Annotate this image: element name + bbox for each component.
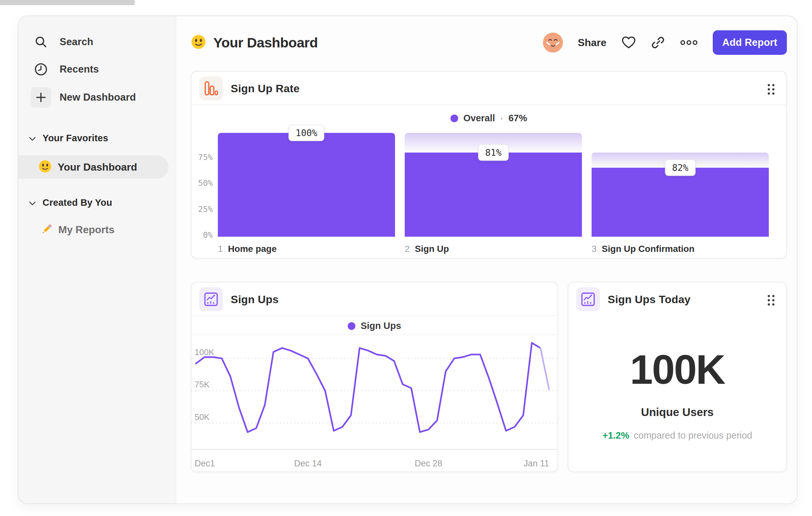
funnel-step-label: 1Home page [218,244,277,254]
avatar[interactable] [543,33,563,53]
line-x-tick: Dec 28 [415,459,442,469]
stat-delta: +1.2% [603,430,629,440]
funnel-y-tick: 0% [196,230,213,240]
plus-icon [29,87,53,108]
sidebar-item-new-dashboard[interactable]: New Dashboard [18,85,176,110]
signups-card: Sign Ups Sign Ups 100K75K50KDec1Dec 14De… [191,282,558,472]
funnel-step-name: Home page [228,244,277,254]
chevron-down-icon [29,199,36,206]
sidebar-item-your-dashboard[interactable]: Your Dashboard [18,156,169,179]
smiley-emoji [38,160,52,174]
favorite-heart-icon[interactable] [621,36,636,49]
funnel-y-tick: 75% [196,152,213,162]
more-dots-icon[interactable] [680,39,698,46]
window-artifact-strip [0,0,135,5]
pencil-emoji [40,222,53,237]
line-chart-icon [199,287,223,311]
funnel-step-name: Sign Up Confirmation [602,244,695,254]
sidebar-item-search[interactable]: Search [18,30,176,54]
share-button[interactable]: Share [578,37,606,49]
funnel-step-number: 3 [591,244,597,254]
sidebar-item-my-reports[interactable]: My Reports [18,218,169,241]
signups-legend[interactable]: Sign Ups [192,321,557,331]
funnel-bar-fill [405,153,582,237]
funnel-value-chip: 100% [288,125,324,141]
funnel-chart: 75%50%25%0%100%1Home page81%2Sign Up82%3… [192,72,786,258]
stat-label: Unique Users [569,406,786,418]
card-header: Sign Ups Today [569,282,786,316]
signups-series-line-incomplete [540,348,549,389]
card-title: Sign Ups [231,293,279,306]
add-report-button[interactable]: Add Report [713,30,787,55]
funnel-bar [218,133,395,237]
card-header: Sign Ups [192,282,557,316]
line-chart-icon [576,287,600,311]
funnel-step-name: Sign Up [415,244,449,254]
sidebar-item-label: Search [60,36,93,48]
drag-handle-icon[interactable] [767,294,775,308]
line-x-tick: Dec 14 [294,459,322,469]
sidebar-section-your-favorites[interactable]: Your Favorites [31,133,108,143]
stat-value: 100K [569,346,786,393]
line-chart-svg [192,335,557,449]
copy-link-icon[interactable] [651,35,665,50]
smiley-emoji [191,34,206,51]
sidebar-item-recents[interactable]: Recents [18,57,176,82]
funnel-step-number: 2 [405,244,410,254]
funnel-step-label: 3Sign Up Confirmation [591,244,694,254]
line-x-tick: Dec1 [195,459,215,469]
funnel-y-tick: 50% [196,178,213,188]
sidebar: Search Recents New Dashboard Your Favori… [18,16,176,504]
funnel-y-tick: 25% [196,204,213,214]
app-window: Search Recents New Dashboard Your Favori… [18,16,798,504]
search-icon [29,35,53,49]
signups-line-chart: 100K75K50KDec1Dec 14Dec 28Jan 11 [192,335,557,470]
chevron-down-icon [29,134,36,141]
funnel-step-number: 1 [218,244,223,254]
dashboard-header: Your Dashboard Share Add Report [191,30,787,55]
card-title: Sign Ups Today [608,293,691,306]
signups-series-line [196,343,540,432]
legend-dot [348,322,355,330]
page-title: Your Dashboard [213,35,318,51]
funnel-bar-fill [591,168,769,237]
signups-today-card: Sign Ups Today 100K Unique Users +1.2%co… [568,282,787,472]
sidebar-item-label: Recents [60,63,99,75]
signup-rate-card: Sign Up Rate Overall · 67% 75%50%25%0%10… [191,71,787,259]
clock-icon [29,62,53,76]
sidebar-section-created-by-you[interactable]: Created By You [31,197,112,208]
stat-delta-row: +1.2%compared to previous period [569,430,786,441]
funnel-bar-fill [218,133,395,237]
funnel-value-chip: 81% [478,144,509,161]
sidebar-item-label: New Dashboard [60,91,136,103]
funnel-value-chip: 82% [665,159,696,176]
x-axis-line [192,449,557,450]
line-x-tick: Jan 11 [524,459,549,469]
stat-delta-note: compared to previous period [634,430,752,440]
funnel-step-label: 2Sign Up [405,244,449,254]
